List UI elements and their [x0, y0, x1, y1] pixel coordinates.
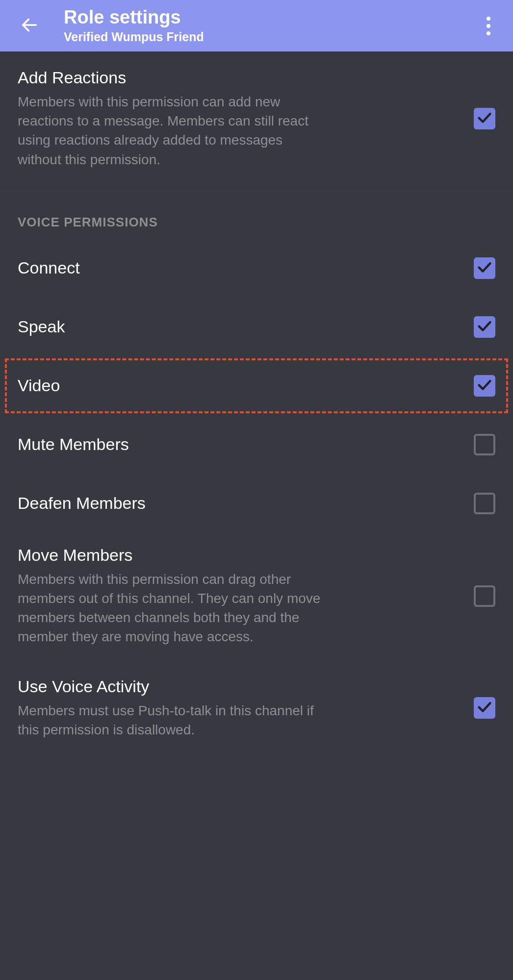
check-icon — [476, 318, 493, 336]
permission-title: Add Reactions — [18, 68, 459, 87]
header-titles: Role settings Verified Wumpus Friend — [64, 7, 204, 44]
checkbox-mute-members[interactable] — [474, 434, 495, 455]
permission-text: Speak — [18, 317, 474, 336]
permission-title: Speak — [18, 317, 459, 336]
permission-description: Members with this permission can add new… — [18, 92, 322, 169]
permission-title: Deafen Members — [18, 494, 459, 513]
check-icon — [476, 377, 493, 395]
arrow-left-icon — [20, 15, 39, 37]
permission-title: Video — [18, 376, 459, 395]
permission-row-video[interactable]: Video — [0, 356, 513, 415]
section-header-voice: VOICE PERMISSIONS — [0, 191, 513, 239]
check-icon — [476, 109, 493, 128]
permission-text: Video — [18, 376, 474, 395]
check-icon — [476, 699, 493, 717]
permission-title: Mute Members — [18, 435, 459, 454]
permission-row-deafen-members[interactable]: Deafen Members — [0, 474, 513, 533]
permission-description: Members with this permission can drag ot… — [18, 570, 322, 647]
permission-row-speak[interactable]: Speak — [0, 298, 513, 356]
checkbox-video[interactable] — [474, 375, 495, 397]
permission-text: Deafen Members — [18, 494, 474, 513]
permission-row-mute-members[interactable]: Mute Members — [0, 415, 513, 474]
checkbox-speak[interactable] — [474, 316, 495, 338]
permission-row-use-voice-activity[interactable]: Use Voice Activity Members must use Push… — [0, 664, 513, 759]
page-subtitle: Verified Wumpus Friend — [64, 30, 204, 44]
checkbox-move-members[interactable] — [474, 585, 495, 607]
more-options-button[interactable] — [474, 11, 503, 41]
permission-description: Members must use Push-to-talk in this ch… — [18, 701, 322, 739]
settings-content: Add Reactions Members with this permissi… — [0, 51, 513, 759]
permission-text: Connect — [18, 258, 474, 277]
checkbox-use-voice-activity[interactable] — [474, 697, 495, 719]
checkbox-deafen-members[interactable] — [474, 493, 495, 514]
check-icon — [476, 259, 493, 277]
permission-row-move-members[interactable]: Move Members Members with this permissio… — [0, 533, 513, 664]
permission-text: Add Reactions Members with this permissi… — [18, 68, 474, 169]
back-button[interactable] — [15, 11, 44, 41]
permission-text: Use Voice Activity Members must use Push… — [18, 677, 474, 739]
kebab-icon — [487, 17, 490, 35]
permission-title: Connect — [18, 258, 459, 277]
page-title: Role settings — [64, 7, 204, 28]
permission-text: Mute Members — [18, 435, 474, 454]
permission-title: Move Members — [18, 546, 459, 565]
checkbox-connect[interactable] — [474, 257, 495, 279]
permission-title: Use Voice Activity — [18, 677, 459, 696]
checkbox-add-reactions[interactable] — [474, 108, 495, 129]
permission-row-add-reactions[interactable]: Add Reactions Members with this permissi… — [0, 51, 513, 191]
permission-text: Move Members Members with this permissio… — [18, 546, 474, 647]
app-header: Role settings Verified Wumpus Friend — [0, 0, 513, 51]
permission-row-connect[interactable]: Connect — [0, 239, 513, 298]
